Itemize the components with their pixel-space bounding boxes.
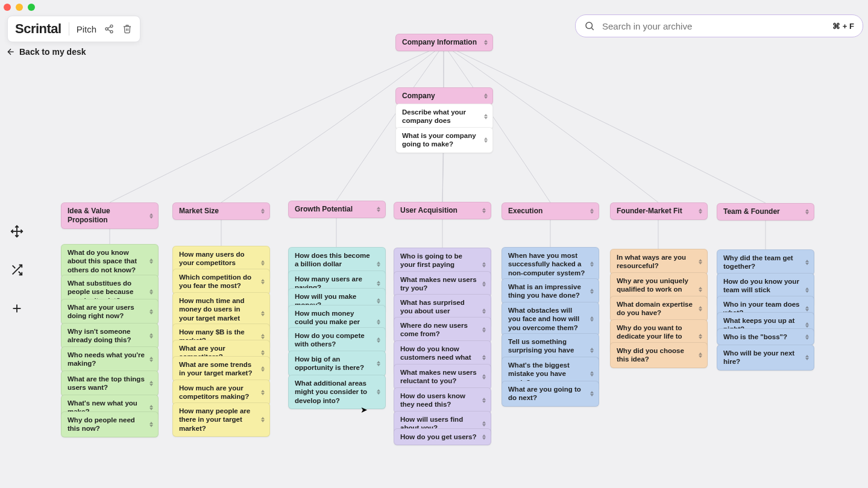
q-user-5[interactable]: What makes new users reluctant to you? — [394, 364, 491, 390]
sort-handle-icon[interactable] — [697, 257, 703, 266]
sort-handle-icon[interactable] — [481, 354, 487, 362]
sort-handle-icon[interactable] — [697, 304, 703, 313]
sort-handle-icon[interactable] — [481, 280, 487, 288]
sort-handle-icon[interactable] — [376, 388, 382, 396]
sort-handle-icon[interactable] — [148, 355, 154, 363]
sort-handle-icon[interactable] — [804, 353, 810, 361]
q-growth-5[interactable]: How big of an opportunity is there? — [288, 351, 386, 377]
q-team-4[interactable]: Who is the "boss"? — [717, 328, 814, 345]
node-company-q1[interactable]: Describe what your company does — [395, 104, 493, 130]
sort-handle-icon[interactable] — [260, 277, 266, 286]
sort-handle-icon[interactable] — [481, 261, 487, 269]
node-company-q2[interactable]: What is your company going to make? — [395, 127, 493, 153]
sort-handle-icon[interactable] — [376, 359, 382, 368]
q-growth-4[interactable]: How do you compete with others? — [288, 327, 386, 353]
sort-handle-icon[interactable] — [148, 420, 154, 428]
sort-handle-icon[interactable] — [804, 208, 810, 216]
sort-handle-icon[interactable] — [376, 296, 382, 305]
q-idea-4[interactable]: Who needs what you're making? — [61, 346, 159, 372]
cat-market[interactable]: Market Size — [172, 202, 270, 220]
sort-handle-icon[interactable] — [148, 403, 154, 411]
sort-handle-icon[interactable] — [481, 433, 487, 441]
cat-exec[interactable]: Execution — [502, 202, 599, 220]
q-idea-5[interactable]: What are the top things users want? — [61, 371, 159, 396]
sort-handle-icon[interactable] — [260, 207, 266, 216]
sort-handle-icon[interactable] — [148, 331, 154, 340]
sort-handle-icon[interactable] — [589, 207, 595, 216]
q-fm-0[interactable]: In what ways are you resourceful? — [610, 249, 708, 275]
sort-handle-icon[interactable] — [589, 370, 595, 378]
sort-handle-icon[interactable] — [483, 39, 489, 47]
sort-handle-icon[interactable] — [589, 346, 595, 355]
sort-handle-icon[interactable] — [260, 416, 266, 424]
q-exec-2[interactable]: What obstacles will you face and how wil… — [502, 302, 599, 336]
sort-handle-icon[interactable] — [804, 333, 810, 341]
q-user-6[interactable]: How do users know they need this? — [394, 387, 491, 413]
q-exec-5[interactable]: What are you going to do next? — [502, 381, 599, 407]
cat-idea[interactable]: Idea & Value Proposition — [61, 202, 159, 229]
sort-handle-icon[interactable] — [481, 419, 487, 428]
sort-handle-icon[interactable] — [483, 112, 489, 120]
sort-handle-icon[interactable] — [804, 258, 810, 266]
q-market-6[interactable]: How much are your competitors making? — [172, 380, 270, 405]
q-idea-7[interactable]: Why do people need this now? — [61, 411, 159, 437]
sort-handle-icon[interactable] — [260, 388, 266, 396]
node-label: Founder-Market Fit — [617, 207, 682, 215]
sort-handle-icon[interactable] — [148, 307, 154, 316]
q-idea-3[interactable]: Why isn't someone already doing this? — [61, 323, 159, 349]
sort-handle-icon[interactable] — [148, 379, 154, 387]
sort-handle-icon[interactable] — [589, 315, 595, 324]
sort-handle-icon[interactable] — [697, 333, 703, 341]
sort-handle-icon[interactable] — [481, 325, 487, 334]
sort-handle-icon[interactable] — [260, 310, 266, 318]
sort-handle-icon[interactable] — [589, 287, 595, 295]
cat-user[interactable]: User Acquisition — [394, 202, 491, 219]
q-user-8[interactable]: How do you get users? — [394, 428, 491, 445]
q-fm-2[interactable]: What domain expertise do you have? — [610, 296, 708, 322]
node-root[interactable]: Company Information — [395, 34, 493, 51]
sort-handle-icon[interactable] — [260, 259, 266, 267]
sort-handle-icon[interactable] — [804, 286, 810, 295]
node-label: Execution — [508, 207, 542, 215]
node-company-header[interactable]: Company — [395, 87, 493, 105]
q-market-1[interactable]: Which competition do you fear the most? — [172, 269, 270, 295]
sort-handle-icon[interactable] — [481, 207, 487, 215]
q-user-1[interactable]: What makes new users try you? — [394, 271, 491, 297]
sort-handle-icon[interactable] — [481, 372, 487, 381]
q-fm-4[interactable]: Why did you choose this idea? — [610, 342, 708, 368]
sort-handle-icon[interactable] — [697, 207, 703, 216]
q-idea-0[interactable]: What do you know about this space that o… — [61, 244, 159, 278]
sort-handle-icon[interactable] — [148, 257, 154, 266]
sort-handle-icon[interactable] — [697, 286, 703, 294]
q-team-5[interactable]: Who will be your next hire? — [717, 345, 814, 371]
sort-handle-icon[interactable] — [376, 205, 382, 214]
sort-handle-icon[interactable] — [483, 136, 489, 144]
sort-handle-icon[interactable] — [589, 260, 595, 269]
q-user-3[interactable]: Where do new users come from? — [394, 317, 491, 343]
cat-fm[interactable]: Founder-Market Fit — [610, 202, 708, 220]
q-team-0[interactable]: Why did the team get together? — [717, 249, 814, 275]
q-idea-2[interactable]: What are your users doing right now? — [61, 299, 159, 325]
sort-handle-icon[interactable] — [148, 288, 154, 296]
sort-handle-icon[interactable] — [589, 389, 595, 398]
sort-handle-icon[interactable] — [376, 318, 382, 327]
sort-handle-icon[interactable] — [481, 307, 487, 316]
sort-handle-icon[interactable] — [481, 396, 487, 404]
node-label: How much are your competitors making? — [179, 384, 249, 400]
q-exec-0[interactable]: When have you most successfully hacked a… — [502, 247, 599, 281]
q-market-7[interactable]: How many people are there in your target… — [172, 402, 270, 437]
cat-team[interactable]: Team & Founder — [717, 203, 814, 221]
sort-handle-icon[interactable] — [376, 260, 382, 269]
sort-handle-icon[interactable] — [148, 211, 154, 220]
q-growth-6[interactable]: What additional areas might you consider… — [288, 375, 386, 409]
sort-handle-icon[interactable] — [376, 336, 382, 344]
sort-handle-icon[interactable] — [697, 351, 703, 359]
sort-handle-icon[interactable] — [376, 279, 382, 287]
q-market-5[interactable]: What are some trends in your target mark… — [172, 356, 270, 382]
sort-handle-icon[interactable] — [260, 364, 266, 373]
mindmap-canvas[interactable]: Company Information Company Describe wha… — [0, 0, 868, 488]
q-exec-1[interactable]: What is an impressive thing you have don… — [502, 278, 599, 304]
cat-growth[interactable]: Growth Potential — [288, 201, 386, 218]
sort-handle-icon[interactable] — [483, 92, 489, 101]
node-label: When have you most successfully hacked a… — [508, 252, 585, 277]
